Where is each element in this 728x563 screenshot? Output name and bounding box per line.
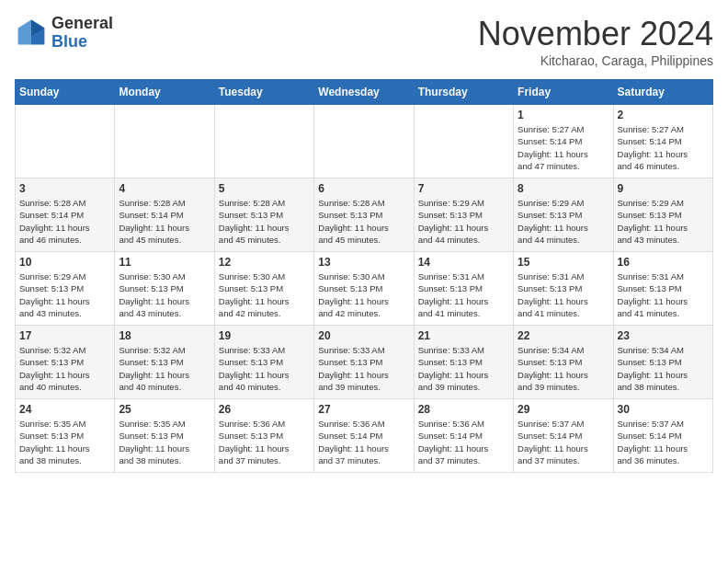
day-info: Sunrise: 5:31 AM Sunset: 5:13 PM Dayligh… (418, 270, 509, 319)
day-info: Sunrise: 5:28 AM Sunset: 5:13 PM Dayligh… (318, 197, 409, 246)
weekday-row: SundayMondayTuesdayWednesdayThursdayFrid… (16, 80, 713, 105)
calendar-cell: 10Sunrise: 5:29 AM Sunset: 5:13 PM Dayli… (16, 252, 115, 326)
day-number: 24 (19, 403, 110, 416)
weekday-header: Thursday (414, 80, 513, 105)
day-number: 30 (618, 403, 709, 416)
calendar-cell (314, 105, 414, 178)
day-number: 23 (618, 329, 709, 342)
day-number: 7 (418, 182, 509, 195)
day-number: 4 (119, 182, 210, 195)
day-info: Sunrise: 5:35 AM Sunset: 5:13 PM Dayligh… (119, 418, 210, 466)
calendar-cell: 11Sunrise: 5:30 AM Sunset: 5:13 PM Dayli… (115, 252, 214, 326)
day-info: Sunrise: 5:28 AM Sunset: 5:14 PM Dayligh… (119, 197, 210, 246)
calendar-cell: 20Sunrise: 5:33 AM Sunset: 5:13 PM Dayli… (314, 326, 414, 399)
calendar-week-row: 3Sunrise: 5:28 AM Sunset: 5:14 PM Daylig… (16, 178, 713, 252)
day-number: 10 (19, 256, 110, 269)
calendar-cell: 30Sunrise: 5:37 AM Sunset: 5:14 PM Dayli… (613, 399, 712, 473)
calendar-cell: 19Sunrise: 5:33 AM Sunset: 5:13 PM Dayli… (214, 326, 313, 399)
day-info: Sunrise: 5:34 AM Sunset: 5:13 PM Dayligh… (518, 344, 609, 393)
day-info: Sunrise: 5:30 AM Sunset: 5:13 PM Dayligh… (318, 270, 409, 319)
calendar-cell (414, 105, 513, 178)
day-info: Sunrise: 5:36 AM Sunset: 5:13 PM Dayligh… (219, 418, 310, 466)
day-info: Sunrise: 5:28 AM Sunset: 5:14 PM Dayligh… (19, 197, 110, 246)
logo-text: General Blue (51, 15, 113, 52)
calendar-body: 1Sunrise: 5:27 AM Sunset: 5:14 PM Daylig… (16, 105, 713, 473)
day-info: Sunrise: 5:28 AM Sunset: 5:13 PM Dayligh… (219, 197, 310, 246)
calendar-week-row: 17Sunrise: 5:32 AM Sunset: 5:13 PM Dayli… (16, 326, 713, 399)
day-info: Sunrise: 5:37 AM Sunset: 5:14 PM Dayligh… (618, 418, 709, 466)
day-number: 18 (119, 329, 210, 342)
day-number: 16 (618, 256, 709, 269)
day-info: Sunrise: 5:29 AM Sunset: 5:13 PM Dayligh… (618, 197, 709, 246)
calendar-cell: 15Sunrise: 5:31 AM Sunset: 5:13 PM Dayli… (514, 252, 613, 326)
day-info: Sunrise: 5:36 AM Sunset: 5:14 PM Dayligh… (418, 418, 509, 466)
svg-marker-1 (18, 19, 31, 44)
day-number: 19 (219, 329, 310, 342)
day-info: Sunrise: 5:29 AM Sunset: 5:13 PM Dayligh… (19, 270, 110, 319)
day-number: 5 (219, 182, 310, 195)
day-info: Sunrise: 5:33 AM Sunset: 5:13 PM Dayligh… (219, 344, 310, 393)
day-number: 9 (618, 182, 709, 195)
day-info: Sunrise: 5:27 AM Sunset: 5:14 PM Dayligh… (518, 123, 609, 172)
calendar-week-row: 1Sunrise: 5:27 AM Sunset: 5:14 PM Daylig… (16, 105, 713, 178)
day-info: Sunrise: 5:33 AM Sunset: 5:13 PM Dayligh… (318, 344, 409, 393)
day-number: 14 (418, 256, 509, 269)
day-number: 21 (418, 329, 509, 342)
day-info: Sunrise: 5:35 AM Sunset: 5:13 PM Dayligh… (19, 418, 110, 466)
calendar-cell: 29Sunrise: 5:37 AM Sunset: 5:14 PM Dayli… (514, 399, 613, 473)
calendar-cell: 24Sunrise: 5:35 AM Sunset: 5:13 PM Dayli… (16, 399, 115, 473)
calendar-cell: 18Sunrise: 5:32 AM Sunset: 5:13 PM Dayli… (115, 326, 214, 399)
weekday-header: Sunday (16, 80, 115, 105)
day-number: 26 (219, 403, 310, 416)
calendar-cell: 5Sunrise: 5:28 AM Sunset: 5:13 PM Daylig… (214, 178, 313, 252)
day-number: 11 (119, 256, 210, 269)
day-info: Sunrise: 5:32 AM Sunset: 5:13 PM Dayligh… (19, 344, 110, 393)
day-info: Sunrise: 5:31 AM Sunset: 5:13 PM Dayligh… (618, 270, 709, 319)
day-number: 8 (518, 182, 609, 195)
logo: General Blue (15, 15, 113, 52)
day-number: 22 (518, 329, 609, 342)
day-number: 25 (119, 403, 210, 416)
day-info: Sunrise: 5:27 AM Sunset: 5:14 PM Dayligh… (618, 123, 709, 172)
day-info: Sunrise: 5:37 AM Sunset: 5:14 PM Dayligh… (518, 418, 609, 466)
calendar-cell: 26Sunrise: 5:36 AM Sunset: 5:13 PM Dayli… (214, 399, 313, 473)
day-info: Sunrise: 5:32 AM Sunset: 5:13 PM Dayligh… (119, 344, 210, 393)
weekday-header: Saturday (613, 80, 712, 105)
day-number: 13 (318, 256, 409, 269)
day-number: 17 (19, 329, 110, 342)
day-number: 28 (418, 403, 509, 416)
logo-icon (15, 17, 48, 50)
day-number: 20 (318, 329, 409, 342)
day-number: 6 (318, 182, 409, 195)
calendar-cell: 14Sunrise: 5:31 AM Sunset: 5:13 PM Dayli… (414, 252, 513, 326)
day-number: 2 (618, 109, 709, 121)
calendar-cell (115, 105, 214, 178)
calendar-cell: 27Sunrise: 5:36 AM Sunset: 5:14 PM Dayli… (314, 399, 414, 473)
calendar-cell: 17Sunrise: 5:32 AM Sunset: 5:13 PM Dayli… (16, 326, 115, 399)
logo-blue: Blue (51, 33, 113, 52)
calendar-cell: 7Sunrise: 5:29 AM Sunset: 5:13 PM Daylig… (414, 178, 513, 252)
calendar-cell: 6Sunrise: 5:28 AM Sunset: 5:13 PM Daylig… (314, 178, 414, 252)
calendar-cell: 3Sunrise: 5:28 AM Sunset: 5:14 PM Daylig… (16, 178, 115, 252)
calendar-cell: 16Sunrise: 5:31 AM Sunset: 5:13 PM Dayli… (613, 252, 712, 326)
weekday-header: Friday (514, 80, 613, 105)
calendar-cell: 8Sunrise: 5:29 AM Sunset: 5:13 PM Daylig… (514, 178, 613, 252)
calendar-cell (214, 105, 313, 178)
calendar-cell: 13Sunrise: 5:30 AM Sunset: 5:13 PM Dayli… (314, 252, 414, 326)
day-info: Sunrise: 5:36 AM Sunset: 5:14 PM Dayligh… (318, 418, 409, 466)
day-number: 1 (518, 109, 609, 121)
day-number: 15 (518, 256, 609, 269)
calendar-cell: 22Sunrise: 5:34 AM Sunset: 5:13 PM Dayli… (514, 326, 613, 399)
day-info: Sunrise: 5:29 AM Sunset: 5:13 PM Dayligh… (518, 197, 609, 246)
location: Kitcharao, Caraga, Philippines (478, 53, 713, 68)
month-title: November 2024 (478, 15, 713, 53)
calendar-week-row: 10Sunrise: 5:29 AM Sunset: 5:13 PM Dayli… (16, 252, 713, 326)
calendar-cell: 28Sunrise: 5:36 AM Sunset: 5:14 PM Dayli… (414, 399, 513, 473)
calendar-cell: 2Sunrise: 5:27 AM Sunset: 5:14 PM Daylig… (613, 105, 712, 178)
page-header: General Blue November 2024 Kitcharao, Ca… (15, 15, 713, 68)
calendar-cell: 9Sunrise: 5:29 AM Sunset: 5:13 PM Daylig… (613, 178, 712, 252)
calendar-cell: 1Sunrise: 5:27 AM Sunset: 5:14 PM Daylig… (514, 105, 613, 178)
calendar-cell (16, 105, 115, 178)
calendar-cell: 12Sunrise: 5:30 AM Sunset: 5:13 PM Dayli… (214, 252, 313, 326)
day-info: Sunrise: 5:29 AM Sunset: 5:13 PM Dayligh… (418, 197, 509, 246)
